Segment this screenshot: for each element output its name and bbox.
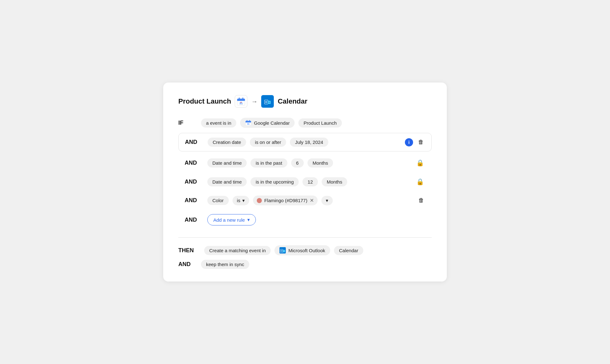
and-row-color: AND Color is ▾ Flamingo (#D98177) ✕ ▾ 🗑	[178, 191, 432, 210]
if-keyword: IF	[178, 120, 197, 126]
chip-color[interactable]: Color	[207, 196, 229, 205]
flamingo-color-dot	[257, 198, 262, 203]
svg-rect-15	[245, 122, 251, 122]
svg-rect-4	[243, 98, 244, 100]
svg-text:31: 31	[247, 123, 250, 125]
add-rule-label: Add a new rule	[213, 217, 245, 223]
header: Product Launch 31 ▲ → O o	[178, 95, 432, 108]
row-2-actions: 🔒	[415, 158, 425, 168]
row-1-actions: i 🗑	[405, 138, 425, 147]
delete-button-1[interactable]: 🗑	[417, 138, 425, 147]
delete-button-4[interactable]: 🗑	[417, 196, 425, 205]
arrow-icon: →	[251, 98, 257, 105]
outlook-app-icon: O o	[261, 95, 274, 108]
chip-months-1[interactable]: Months	[308, 158, 333, 168]
and-row-add: AND Add a new rule ▾	[178, 210, 432, 230]
then-keyword: THEN	[178, 247, 200, 254]
chip-is-in-past[interactable]: is in the past	[250, 158, 287, 168]
color-value-dropdown[interactable]: ▾	[321, 196, 333, 205]
svg-text:▲: ▲	[240, 101, 242, 103]
chip-is-on-or-after[interactable]: is on or after	[250, 138, 286, 147]
chip-july-date[interactable]: July 18, 2024	[290, 138, 328, 147]
outlook-chip-icon: O	[279, 247, 286, 253]
outlook-svg: O o	[263, 97, 272, 105]
add-rule-button[interactable]: Add a new rule ▾	[207, 214, 256, 225]
chip-create-event: Create a matching event in	[204, 246, 271, 255]
chip-6[interactable]: 6	[291, 158, 304, 168]
and-sync-row: AND keep them in sync	[178, 260, 432, 269]
chip-event-is-in: a event is in	[201, 118, 236, 128]
and-keyword-3: AND	[185, 179, 204, 185]
chip-product-launch: Product Launch	[298, 118, 342, 128]
section-divider	[178, 237, 432, 238]
and-keyword-2: AND	[185, 160, 204, 166]
close-flamingo-button[interactable]: ✕	[310, 197, 314, 203]
google-calendar-chip-icon: 31	[245, 120, 251, 126]
chevron-down-icon-add: ▾	[247, 217, 250, 223]
chip-months-2[interactable]: Months	[322, 177, 347, 186]
and-row-date-past: AND Date and time is in the past 6 Month…	[178, 153, 432, 172]
color-operator-dropdown[interactable]: is ▾	[233, 196, 249, 205]
svg-rect-16	[247, 120, 247, 122]
svg-text:o: o	[269, 101, 270, 103]
google-calendar-app-icon: 31 ▲	[235, 95, 247, 108]
header-calendar-label: Calendar	[278, 97, 307, 105]
and-row-creation-date: AND Creation date is on or after July 18…	[178, 133, 432, 151]
header-title: Product Launch	[178, 97, 231, 105]
chip-12[interactable]: 12	[302, 177, 318, 186]
chip-calendar-then[interactable]: Calendar	[334, 246, 363, 255]
svg-text:O: O	[265, 100, 268, 104]
lock-button-3[interactable]: 🔒	[415, 177, 425, 187]
main-card: Product Launch 31 ▲ → O o	[163, 82, 447, 282]
then-section: THEN Create a matching event in O Micros…	[178, 245, 432, 269]
svg-rect-3	[239, 98, 240, 100]
chip-is-upcoming[interactable]: is in the upcoming	[250, 177, 299, 186]
row-3-actions: 🔒	[415, 177, 425, 187]
and-keyword-4: AND	[185, 197, 204, 204]
chip-keep-in-sync: keep them in sync	[201, 260, 249, 269]
chevron-down-icon: ▾	[242, 198, 245, 203]
then-row: THEN Create a matching event in O Micros…	[178, 245, 432, 255]
and-row-date-upcoming: AND Date and time is in the upcoming 12 …	[178, 172, 432, 191]
flamingo-label: Flamingo (#D98177)	[264, 198, 308, 203]
chip-date-time-1[interactable]: Date and time	[207, 158, 247, 168]
if-row: IF a event is in 31 Google Calendar Prod…	[178, 118, 432, 128]
chip-creation-date[interactable]: Creation date	[208, 138, 246, 147]
svg-rect-17	[249, 120, 250, 122]
svg-text:O: O	[281, 250, 283, 252]
chip-flamingo: Flamingo (#D98177) ✕	[253, 196, 318, 205]
chip-date-time-2[interactable]: Date and time	[207, 177, 247, 186]
and-keyword-1: AND	[185, 139, 204, 145]
row-4-actions: 🗑	[417, 196, 425, 205]
svg-rect-23	[283, 250, 285, 252]
chip-google-calendar: 31 Google Calendar	[240, 118, 295, 128]
google-calendar-svg: 31 ▲	[237, 97, 245, 106]
and-keyword-sync: AND	[178, 261, 197, 268]
chevron-down-icon-2: ▾	[326, 198, 328, 203]
info-button[interactable]: i	[405, 138, 413, 146]
lock-button-2[interactable]: 🔒	[415, 158, 425, 168]
and-keyword-add: AND	[185, 217, 204, 223]
chip-microsoft-outlook[interactable]: O Microsoft Outlook	[274, 245, 330, 255]
